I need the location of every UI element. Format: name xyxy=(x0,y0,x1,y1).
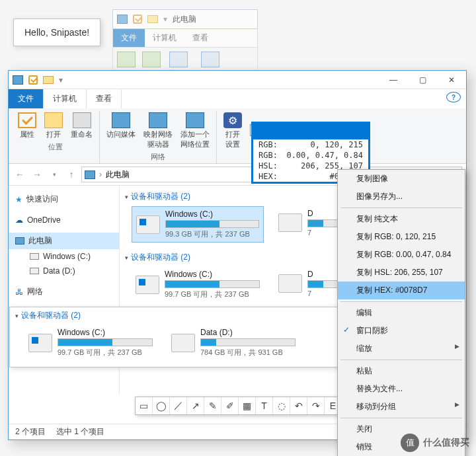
ribbon-map-drive[interactable]: 映射网络 驱动器 xyxy=(141,111,175,151)
ctx-copy-rgb-float[interactable]: 复制 RGB: 0.00, 0.47, 0.84 xyxy=(338,246,465,264)
ghost-tab-view[interactable]: 查看 xyxy=(184,29,216,47)
sidebar-drive-d[interactable]: Data (D:) xyxy=(9,264,119,278)
drive-name: Windows (C:) xyxy=(165,209,259,219)
chevron-right-icon: ▶ xyxy=(455,401,459,408)
drive-stat: 99.3 GB 可用，共 237 GB xyxy=(165,229,259,239)
ctx-copy-hsl[interactable]: 复制 HSL: 206, 255, 107 xyxy=(338,264,465,282)
snipaste-annotation-toolbar: ▭ ◯ ／ ↗ ✎ ✐ ▦ T ◌ ↶ ↷ E xyxy=(135,397,342,415)
drive-stat: 784 GB 可用，共 931 GB xyxy=(200,348,296,358)
nav-up-button[interactable]: ↑ xyxy=(64,167,79,182)
pc-icon xyxy=(85,171,95,179)
tool-pencil[interactable]: ✎ xyxy=(204,397,221,414)
ghost-tab-computer[interactable]: 计算机 xyxy=(145,29,184,47)
sidebar-quick-access[interactable]: ★快速访问 xyxy=(9,191,119,208)
ribbon-group-location: 位置 xyxy=(15,142,95,152)
tool-redo[interactable]: ↷ xyxy=(307,397,325,414)
drive-name: Data (D:) xyxy=(200,328,296,337)
folder-icon xyxy=(147,15,158,23)
ctx-move-to-group[interactable]: 移动到分组▶ xyxy=(338,398,465,416)
ctx-edit[interactable]: 编辑 xyxy=(338,304,465,322)
ghost-location: 此电脑 xyxy=(173,14,196,25)
nav-forward-button[interactable]: → xyxy=(30,167,44,182)
drive-stat: 99.7 GB 可用，共 237 GB xyxy=(58,348,153,358)
maximize-button[interactable]: ▢ xyxy=(408,71,437,89)
ribbon-properties[interactable]: 属性 xyxy=(15,111,39,141)
snipaste-text-pin[interactable]: Hello, Snipaste! xyxy=(13,19,100,46)
help-icon[interactable]: ? xyxy=(446,92,461,102)
ctx-window-shadow[interactable]: ✓窗口阴影 xyxy=(338,322,465,340)
pc-icon xyxy=(13,75,23,85)
drive-c: Windows (C:) 99.7 GB 可用，共 237 GB xyxy=(24,325,157,360)
drive-name: Windows (C:) xyxy=(58,328,153,337)
drive-name: Windows (C:) xyxy=(165,270,260,279)
ctx-copy-image[interactable]: 复制图像 xyxy=(338,170,465,188)
tool-ellipse[interactable]: ◯ xyxy=(153,397,170,414)
nav-history-button[interactable]: ▾ xyxy=(47,167,61,182)
drive-c[interactable]: Windows (C:) 99.3 GB 可用，共 237 GB xyxy=(132,206,264,243)
drive-icon xyxy=(278,213,302,232)
rgb-int-value: 0, 120, 215 xyxy=(311,140,363,149)
tab-view[interactable]: 查看 xyxy=(87,89,122,108)
drive-icon xyxy=(171,334,195,352)
tool-text[interactable]: T xyxy=(256,397,273,414)
devices-section-header: 设备和驱动器 (2) xyxy=(10,307,359,324)
ribbon-group-network: 网络 xyxy=(104,152,212,162)
pc-icon xyxy=(15,237,24,245)
minimize-button[interactable]: — xyxy=(379,71,408,89)
ctx-copy-hex[interactable]: 复制 HEX: #0078D7 xyxy=(338,282,465,299)
titlebar: ▾ — ▢ ✕ xyxy=(9,71,466,89)
rgb-float-value: 0.00, 0.47, 0.84 xyxy=(286,151,363,160)
chevron-down-icon[interactable]: ▾ xyxy=(59,75,63,85)
cloud-icon: ☁ xyxy=(15,215,23,225)
drive-icon xyxy=(28,334,52,352)
ctx-copy-plain-text[interactable]: 复制 纯文本 xyxy=(338,210,465,228)
smzdm-watermark: 值 什么值得买 xyxy=(401,434,469,452)
sidebar-onedrive[interactable]: ☁OneDrive xyxy=(9,213,119,227)
snipaste-devices-pin[interactable]: 设备和驱动器 (2) Windows (C:) 99.7 GB 可用，共 237… xyxy=(9,307,360,367)
disk-icon xyxy=(30,268,39,274)
drive-icon xyxy=(136,276,159,294)
drive-icon xyxy=(136,215,160,234)
tool-rect[interactable]: ▭ xyxy=(136,397,153,414)
ghost-tab-file[interactable]: 文件 xyxy=(113,29,145,47)
check-icon: ✓ xyxy=(343,325,350,334)
status-selected-count: 选中 1 个项目 xyxy=(56,426,104,437)
tool-line[interactable]: ／ xyxy=(170,397,187,414)
ribbon-rename[interactable]: 重命名 xyxy=(68,111,95,141)
ribbon-open-settings[interactable]: 打开 设置 xyxy=(221,111,245,151)
ctx-replace-file[interactable]: 替换为文件... xyxy=(338,380,465,398)
ctx-save-image-as[interactable]: 图像另存为... xyxy=(338,188,465,206)
ctx-copy-rgb-int[interactable]: 复制 RGB: 0, 120, 215 xyxy=(338,228,465,246)
ctx-zoom[interactable]: 缩放▶ xyxy=(338,340,465,358)
close-button[interactable]: ✕ xyxy=(437,71,466,89)
address-location: 此电脑 xyxy=(106,169,130,180)
tool-marker[interactable]: ✐ xyxy=(221,397,239,414)
nav-back-button[interactable]: ← xyxy=(13,167,27,182)
ribbon-add-location[interactable]: 添加一个 网络位置 xyxy=(178,111,212,151)
tool-arrow[interactable]: ↗ xyxy=(187,397,204,414)
drive-icon xyxy=(278,274,302,293)
smzdm-text: 什么值得买 xyxy=(423,437,469,449)
ctx-paste[interactable]: 粘贴 xyxy=(338,362,465,380)
drive-stat: 99.7 GB 可用，共 237 GB xyxy=(165,289,260,299)
tool-eraser[interactable]: ◌ xyxy=(273,397,290,414)
ribbon-access-media[interactable]: 访问媒体 xyxy=(104,111,138,151)
pc-icon xyxy=(117,15,128,24)
snipaste-context-menu: 复制图像 图像另存为... 复制 纯文本 复制 RGB: 0, 120, 215… xyxy=(337,169,465,456)
tab-computer[interactable]: 计算机 xyxy=(44,89,87,108)
ribbon-open[interactable]: 打开 xyxy=(42,111,65,141)
drive-c[interactable]: Windows (C:) 99.7 GB 可用，共 237 GB xyxy=(132,267,264,302)
sidebar-drive-c[interactable]: Windows (C:) xyxy=(9,249,119,264)
drive-d: Data (D:) 784 GB 可用，共 931 GB xyxy=(167,325,299,360)
tab-file[interactable]: 文件 xyxy=(9,89,44,108)
folder-icon xyxy=(43,76,54,84)
tool-mosaic[interactable]: ▦ xyxy=(239,397,256,414)
check-icon xyxy=(133,15,142,24)
star-icon: ★ xyxy=(15,195,22,204)
smzdm-badge-icon: 值 xyxy=(401,434,419,452)
sidebar-network[interactable]: 🖧网络 xyxy=(9,284,119,300)
network-icon: 🖧 xyxy=(15,287,23,297)
disk-icon xyxy=(30,253,39,260)
tool-undo[interactable]: ↶ xyxy=(290,397,307,414)
sidebar-this-pc[interactable]: 此电脑 xyxy=(9,233,119,249)
